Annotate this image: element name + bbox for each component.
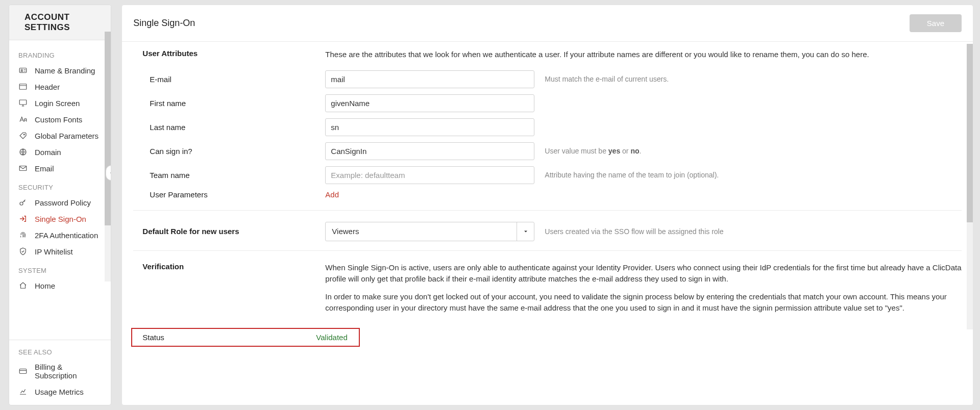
id-card-icon (18, 66, 28, 75)
status-value: Validated (316, 333, 359, 342)
row-firstname: First name (133, 91, 962, 115)
status-row: Status Validated (131, 328, 360, 347)
fingerprint-icon (18, 230, 28, 240)
verification-text: When Single Sign-On is active, users are… (325, 262, 962, 321)
sidebar-item-home[interactable]: Home (9, 277, 111, 294)
group-security: SECURITY (9, 176, 111, 194)
default-role-hint: Users created via the SSO flow will be a… (543, 227, 962, 236)
sidebar-collapse-handle[interactable] (106, 165, 111, 181)
verification-p2: In order to make sure you don't get lock… (325, 291, 962, 314)
login-icon (18, 214, 28, 223)
sidebar-item-label: Single Sign-On (35, 215, 86, 223)
group-see-also: SEE ALSO (9, 343, 111, 359)
row-cansignin: Can sign in? User value must be yes or n… (133, 139, 962, 163)
firstname-input[interactable] (325, 94, 534, 112)
sidebar-item-custom-fonts[interactable]: Custom Fonts (9, 111, 111, 127)
sidebar-item-label: Email (35, 164, 54, 173)
sidebar-footer: SEE ALSO Billing & Subscription Usage Me… (9, 340, 111, 405)
sidebar-item-sso[interactable]: Single Sign-On (9, 211, 111, 227)
tag-icon (18, 131, 28, 140)
sidebar-item-label: Global Parameters (35, 132, 99, 140)
section-default-role: Default Role for new users Viewers Users… (133, 213, 962, 251)
svg-point-1 (21, 69, 22, 71)
credit-card-icon (18, 367, 28, 376)
sidebar-item-usage-metrics[interactable]: Usage Metrics (9, 383, 111, 400)
envelope-icon (18, 164, 28, 173)
verification-heading: Verification (133, 262, 317, 321)
sidebar-item-login-screen[interactable]: Login Screen (9, 95, 111, 111)
sidebar-item-2fa[interactable]: 2FA Authentication (9, 227, 111, 243)
row-user-params: User Parameters Add (133, 187, 962, 211)
main-header: Single Sign-On Save (122, 5, 973, 42)
sidebar-item-name-branding[interactable]: Name & Branding (9, 62, 111, 79)
cansignin-hint: User value must be yes or no. (543, 147, 962, 155)
email-input[interactable] (325, 70, 534, 88)
cansignin-label: Can sign in? (133, 147, 317, 156)
lastname-label: Last name (133, 123, 317, 132)
email-label: E-mail (133, 75, 317, 84)
shield-check-icon (18, 247, 28, 256)
cansignin-hint-yes: yes (608, 147, 620, 155)
sidebar-item-email[interactable]: Email (9, 160, 111, 176)
user-attributes-heading: User Attributes (133, 49, 317, 60)
globe-icon (18, 147, 28, 157)
default-role-select[interactable]: Viewers (325, 222, 534, 241)
sidebar-item-header[interactable]: Header (9, 79, 111, 95)
save-button[interactable]: Save (910, 14, 962, 32)
svg-rect-6 (19, 166, 27, 171)
sidebar-item-label: Home (35, 281, 55, 290)
sidebar-item-label: Custom Fonts (35, 115, 82, 124)
font-icon (18, 115, 28, 124)
group-system: SYSTEM (9, 260, 111, 277)
section-verification: Verification When Single Sign-On is acti… (133, 253, 962, 328)
team-input[interactable] (325, 166, 534, 184)
main-panel: Single Sign-On Save User Attributes Thes… (122, 5, 973, 405)
sidebar-item-label: Billing & Subscription (35, 363, 102, 380)
user-attributes-description: These are the attributes that we look fo… (325, 49, 962, 60)
sidebar-item-label: Header (35, 83, 60, 91)
default-role-label: Default Role for new users (133, 227, 317, 236)
sidebar-item-label: Login Screen (35, 99, 80, 108)
monitor-icon (18, 98, 28, 108)
sidebar-item-password-policy[interactable]: Password Policy (9, 194, 111, 211)
sidebar-item-billing[interactable]: Billing & Subscription (9, 359, 111, 383)
main-content[interactable]: User Attributes These are the attributes… (122, 42, 973, 405)
sidebar-item-label: Domain (35, 148, 61, 157)
sidebar-item-label: Usage Metrics (35, 388, 84, 396)
email-hint: Must match the e-mail of current users. (543, 75, 962, 83)
sidebar-header: ACCOUNT SETTINGS (9, 5, 111, 40)
sidebar-title: ACCOUNT SETTINGS (24, 12, 102, 33)
svg-rect-0 (19, 68, 27, 73)
key-icon (18, 198, 28, 207)
group-branding: BRANDING (9, 44, 111, 62)
sidebar-item-ip-whitelist[interactable]: IP Whitelist (9, 243, 111, 260)
cansignin-hint-no: no (630, 147, 639, 155)
layout-header-icon (18, 82, 28, 91)
svg-point-7 (20, 202, 23, 205)
cansignin-hint-or: or (620, 147, 630, 155)
sidebar-item-global-params[interactable]: Global Parameters (9, 127, 111, 144)
sidebar-scroll[interactable]: BRANDING Name & Branding Header Login Sc… (9, 40, 111, 340)
sidebar-item-label: Name & Branding (35, 66, 95, 75)
cansignin-input[interactable] (325, 142, 534, 160)
sidebar-item-label: IP Whitelist (35, 247, 73, 256)
lastname-input[interactable] (325, 118, 534, 136)
sidebar-item-label: Password Policy (35, 198, 91, 207)
sidebar-item-domain[interactable]: Domain (9, 144, 111, 160)
main-scrollbar-thumb[interactable] (967, 44, 973, 222)
cansignin-hint-prefix: User value must be (545, 147, 608, 155)
team-label: Team name (133, 171, 317, 180)
svg-rect-8 (19, 369, 27, 374)
sidebar-item-label: 2FA Authentication (35, 231, 98, 240)
svg-point-4 (23, 134, 24, 135)
section-user-attributes: User Attributes These are the attributes… (133, 42, 962, 67)
user-params-add-link[interactable]: Add (325, 190, 339, 199)
user-params-label: User Parameters (133, 190, 317, 199)
status-label: Status (132, 333, 316, 342)
sidebar-scrollbar-thumb[interactable] (105, 32, 111, 225)
verification-p1: When Single Sign-On is active, users are… (325, 262, 962, 285)
firstname-label: First name (133, 99, 317, 108)
cansignin-hint-suffix: . (640, 147, 642, 155)
page-title: Single Sign-On (133, 18, 195, 29)
sidebar: ACCOUNT SETTINGS BRANDING Name & Brandin… (9, 5, 111, 405)
